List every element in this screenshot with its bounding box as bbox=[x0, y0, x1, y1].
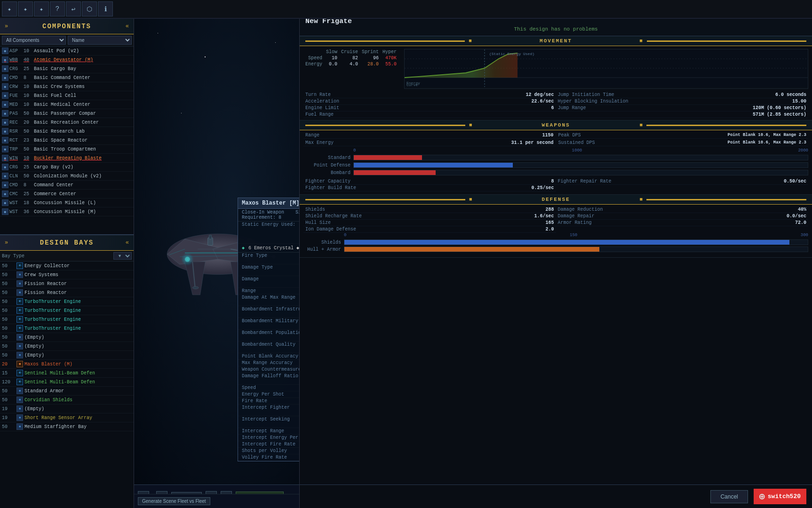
bay-name: Fission Reactor bbox=[24, 290, 132, 295]
comp-code: RCT bbox=[9, 138, 23, 143]
movement-stats: Slow Cruise Sprint Hyper Speed 10 82 bbox=[303, 49, 398, 89]
accel-label: Acceleration bbox=[305, 99, 339, 104]
bay-list-item[interactable]: 50 👁 Energy Collector bbox=[0, 262, 134, 270]
toolbar-btn-back[interactable]: ↩ bbox=[66, 1, 81, 16]
switch-label: switch520 bbox=[768, 493, 801, 500]
tooltip-shots-volley: Shots per Volley 2 bbox=[238, 448, 299, 454]
component-list-item[interactable]: ■ ASP 10 Assault Pod (v2) bbox=[0, 47, 134, 56]
bay-icon: ■ bbox=[16, 334, 23, 341]
comp-icon: ■ bbox=[2, 137, 8, 143]
component-list-item[interactable]: ■ CMD 8 Command Center bbox=[0, 181, 134, 190]
svg-rect-23 bbox=[209, 235, 211, 239]
component-list-item[interactable]: ■ CRG 25 Cargo Bay (v2) bbox=[0, 163, 134, 172]
comp-code: TRP bbox=[9, 147, 23, 152]
bay-list-item[interactable]: 19 ■ (Empty) bbox=[0, 405, 134, 413]
weapons-content: Range 1150 Peak DPS Point Blank 10.6, Ma… bbox=[300, 130, 812, 194]
comp-num: 18 bbox=[24, 200, 33, 206]
bay-num: 19 bbox=[2, 406, 15, 412]
energy-curve-chart: Energy Curve (Static Energy Used) bbox=[404, 49, 808, 89]
turn-rate-row: Turn Rate 12 deg/sec bbox=[303, 92, 556, 98]
component-list-item[interactable]: ■ WBB 40 Atomic Devastator (M) bbox=[0, 56, 134, 64]
energy-sprint: 28.0 bbox=[360, 61, 381, 67]
defense-section: ■ DEFENSE ■ Shields 288 Damage Reduction… bbox=[300, 195, 812, 258]
tooltip-popup: Maxos Blaster [M] Close-In Weapon Size: … bbox=[238, 198, 299, 461]
bay-list-item[interactable]: 50 👁 TurboThruster Engine bbox=[0, 315, 134, 324]
tooltip-intercept-fire-rate: Intercept Fire Rate 2.81 secs bbox=[238, 441, 299, 448]
hyper-block-row: Hyper Blocking Insulation 15.00 bbox=[556, 98, 809, 105]
bay-num: 50 bbox=[2, 299, 15, 304]
bay-list-item[interactable]: 50 ■ Corvidian Shields bbox=[0, 396, 134, 405]
component-list-item[interactable]: ■ CMD 8 Basic Command Center bbox=[0, 73, 134, 82]
chevron-left-icon: » bbox=[5, 23, 8, 30]
intercept-fire-rate-label: Intercept Fire Rate bbox=[242, 442, 299, 447]
component-list-item[interactable]: ■ RSR 50 Basic Research Lab bbox=[0, 127, 134, 136]
comp-num: 25 bbox=[24, 66, 33, 71]
bay-list-item[interactable]: 19 ■ Short Range Sensor Array bbox=[0, 413, 134, 422]
bay-list-item[interactable]: 50 ■ (Empty) bbox=[0, 351, 134, 360]
jump-init-row: Jump Initiation Time 6.0 seconds bbox=[556, 92, 809, 98]
comp-icon: ■ bbox=[2, 164, 8, 170]
toolbar-btn-tool[interactable]: ✦ bbox=[34, 1, 49, 16]
toolbar-btn-select[interactable]: ✦ bbox=[18, 1, 33, 16]
comp-num: 40 bbox=[24, 57, 33, 63]
component-list-item[interactable]: ■ REC 20 Basic Recreation Center bbox=[0, 118, 134, 127]
components-sort-dropdown[interactable]: Name bbox=[68, 36, 132, 45]
cancel-button[interactable]: Cancel bbox=[710, 490, 748, 503]
toolbar-btn-info[interactable]: ℹ bbox=[98, 1, 113, 16]
generate-fleet-btn[interactable]: Generate Scene Fleet vs Fleet bbox=[138, 497, 210, 505]
component-list-item[interactable]: ■ RCT 23 Basic Space Reactor bbox=[0, 136, 134, 145]
intercept-energy-label: Intercept Energy Per Shot bbox=[242, 435, 299, 440]
svg-marker-3 bbox=[185, 262, 205, 295]
bay-list-item[interactable]: 50 ■ Standard Armor bbox=[0, 387, 134, 396]
weapons-max-energy-row: Max Energy 31.1 per second bbox=[303, 140, 556, 146]
bay-list-item[interactable]: 50 ■ Fission Reactor bbox=[0, 279, 134, 288]
movement-extra-stats: Turn Rate 12 deg/sec Jump Initiation Tim… bbox=[300, 92, 812, 120]
component-list-item[interactable]: ■ PAS 50 Basic Passenger Compar bbox=[0, 109, 134, 118]
energy-row-label: Energy bbox=[303, 61, 324, 67]
bay-list-item[interactable]: 120 👁 Sentinel Multi-Beam Defen bbox=[0, 378, 134, 387]
comp-num: 10 bbox=[24, 93, 33, 98]
svg-text:Curve: Curve bbox=[406, 83, 418, 87]
component-list-item[interactable]: ■ CRW 10 Basic Crew Systems bbox=[0, 82, 134, 91]
component-list-item[interactable]: ■ MED 10 Basic Medical Center bbox=[0, 100, 134, 109]
bay-list-item[interactable]: 50 ■ Fission Reactor bbox=[0, 288, 134, 297]
components-filter-dropdown[interactable]: All Components bbox=[2, 36, 66, 45]
component-list-item[interactable]: ■ CMC 25 Commerce Center bbox=[0, 190, 134, 198]
components-title: COMPONENTS bbox=[11, 23, 123, 30]
bay-list-item[interactable]: 50 👁 TurboThruster Engine bbox=[0, 306, 134, 315]
tooltip-speed: Speed 1100/sec bbox=[238, 385, 299, 391]
component-list-item[interactable]: ■ WST 36 Concussion Missile (M) bbox=[0, 207, 134, 216]
bay-list-item[interactable]: 50 👁 TurboThruster Engine bbox=[0, 297, 134, 306]
max-energy-label: Max Energy bbox=[305, 140, 334, 145]
bays-list: 50 👁 Energy Collector 50 ■ Crew Systems … bbox=[0, 262, 134, 508]
component-list-item[interactable]: ■ WST 18 Concussion Missile (L) bbox=[0, 198, 134, 207]
tooltip-max-range-acc: Max Range Accuracy 40% bbox=[238, 360, 299, 366]
svg-text:(Static Energy Used): (Static Energy Used) bbox=[489, 52, 534, 56]
bay-list-item[interactable]: 15 👁 Sentinel Multi-Beam Defen bbox=[0, 369, 134, 378]
tooltip-close-type: Close-In Weapon bbox=[242, 210, 284, 215]
component-list-item[interactable]: ■ FUE 10 Basic Fuel Cell bbox=[0, 91, 134, 100]
bay-list-item[interactable]: 50 ■ (Empty) bbox=[0, 333, 134, 342]
bay-list-item[interactable]: 50 ■ Medium Starfighter Bay bbox=[0, 422, 134, 431]
bay-list-item[interactable]: 50 ■ Crew Systems bbox=[0, 270, 134, 279]
component-list-item[interactable]: ■ CLN 50 Colonization Module (v2) bbox=[0, 172, 134, 181]
component-list-item[interactable]: ■ CRG 25 Basic Cargo Bay bbox=[0, 64, 134, 73]
bay-list-item[interactable]: 50 ■ (Empty) bbox=[0, 342, 134, 351]
defense-icon-right: ■ bbox=[636, 197, 646, 202]
comp-icon: ■ bbox=[2, 155, 8, 161]
bay-sort-select[interactable]: ▼ bbox=[113, 252, 132, 260]
comp-num: 50 bbox=[24, 129, 33, 134]
weapons-title: WEAPONS bbox=[476, 122, 636, 128]
component-list-item[interactable]: ■ TRP 50 Basic Troop Compartmen bbox=[0, 145, 134, 154]
components-panel: » COMPONENTS « All Components Name ■ ASP… bbox=[0, 19, 134, 235]
toolbar-btn-fleet[interactable]: ⬡ bbox=[82, 1, 97, 16]
component-list-item[interactable]: ■ WIN 10 Buckler Repeating Blaste bbox=[0, 154, 134, 163]
toolbar-btn-help[interactable]: ? bbox=[50, 1, 65, 16]
comp-icon: ■ bbox=[2, 65, 8, 72]
comp-code: REC bbox=[9, 120, 23, 125]
toolbar-btn-move[interactable]: ✦ bbox=[2, 1, 17, 16]
dmg-red-value: 40% bbox=[798, 207, 806, 212]
bay-list-item[interactable]: 50 👁 TurboThruster Engine bbox=[0, 324, 134, 333]
movement-icon-right: ■ bbox=[636, 38, 647, 44]
bay-list-item[interactable]: 20 ■ Maxos Blaster (M) bbox=[0, 360, 134, 369]
